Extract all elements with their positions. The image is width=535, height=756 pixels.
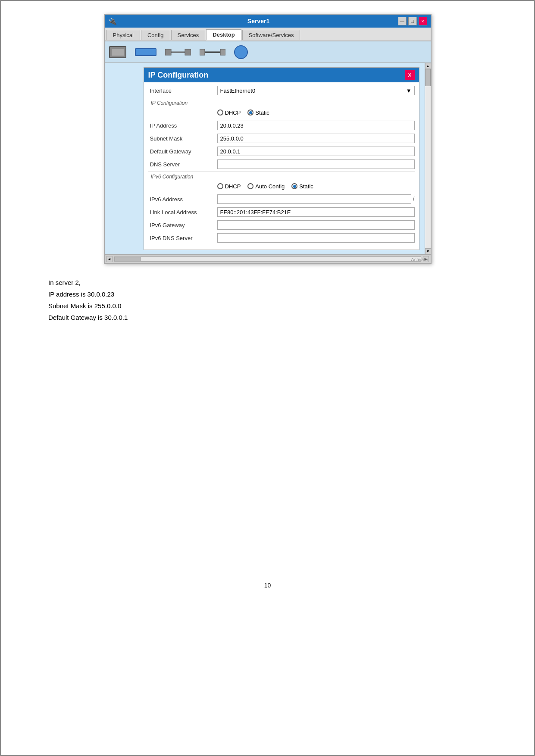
svg-rect-2 bbox=[185, 49, 191, 55]
subnet-mask-label: Subnet Mask bbox=[148, 135, 217, 142]
svg-rect-1 bbox=[165, 49, 171, 55]
window-footer: ◄ ► Activate bbox=[105, 254, 431, 263]
static-radio[interactable] bbox=[247, 109, 253, 116]
switch-icon bbox=[135, 48, 156, 56]
ipv6-dns-row: IPv6 DNS Server bbox=[148, 232, 415, 244]
server-icon bbox=[109, 46, 126, 58]
interface-dropdown[interactable]: FastEthernet0 ▼ bbox=[217, 86, 415, 95]
device-icon-3 bbox=[165, 46, 191, 59]
ipv6-mode-row: DHCP Auto Config Static bbox=[148, 181, 415, 192]
ipv6-prefix-indicator: / bbox=[413, 196, 415, 203]
scroll-up-arrow[interactable]: ▲ bbox=[425, 63, 431, 69]
minimize-button[interactable]: — bbox=[398, 17, 407, 25]
close-button[interactable]: × bbox=[419, 17, 427, 25]
cable-icon bbox=[165, 46, 191, 59]
ipv6-static-selected bbox=[293, 185, 296, 188]
restore-button[interactable]: □ bbox=[408, 17, 417, 25]
scroll-thumb[interactable] bbox=[425, 69, 431, 86]
ipv6-static-radio[interactable] bbox=[291, 183, 297, 189]
ipv6-gateway-row: IPv6 Gateway bbox=[148, 219, 415, 231]
ipv6-mode-radio-group: DHCP Auto Config Static bbox=[217, 181, 313, 191]
window-controls: — □ × bbox=[398, 17, 427, 25]
ip-mode-radio-group: DHCP Static bbox=[217, 108, 269, 118]
ipv6-static-label: Static bbox=[299, 183, 313, 190]
dhcp-label: DHCP bbox=[225, 109, 241, 116]
scroll-down-arrow[interactable]: ▼ bbox=[425, 248, 431, 254]
info-line-3: Subnet Mask is 255.0.0.0 bbox=[48, 300, 521, 312]
dns-server-label: DNS Server bbox=[148, 161, 217, 168]
activate-text: Activate bbox=[411, 257, 428, 262]
default-gateway-input[interactable] bbox=[217, 147, 415, 156]
window-title: Server1 bbox=[119, 18, 398, 25]
ipv6-auto-radio[interactable] bbox=[247, 183, 253, 189]
chevron-down-icon: ▼ bbox=[406, 87, 412, 94]
router-icon bbox=[234, 45, 248, 59]
ipv6-address-input[interactable] bbox=[217, 194, 411, 204]
info-line-1: In server 2, bbox=[48, 277, 521, 288]
svg-rect-5 bbox=[220, 49, 225, 55]
horizontal-scrollbar-thumb[interactable] bbox=[115, 257, 141, 261]
ip-config-close-button[interactable]: X bbox=[405, 70, 415, 80]
tab-config[interactable]: Config bbox=[141, 30, 170, 40]
ipv6-auto-label: Auto Config bbox=[255, 183, 285, 190]
default-gateway-label: Default Gateway bbox=[148, 148, 217, 155]
link-local-label: Link Local Address bbox=[148, 209, 217, 216]
info-line-4: Default Gateway is 30.0.0.1 bbox=[48, 312, 521, 323]
ip-config-section-label: IP Configuration bbox=[151, 100, 415, 106]
static-radio-item[interactable]: Static bbox=[247, 109, 269, 116]
ipv6-dhcp-radio[interactable] bbox=[217, 183, 223, 189]
subnet-mask-row: Subnet Mask bbox=[148, 133, 415, 144]
ip-address-input[interactable] bbox=[217, 121, 415, 130]
dhcp-radio[interactable] bbox=[217, 109, 223, 116]
ip-config-body: Interface FastEthernet0 ▼ IP Configurati… bbox=[144, 82, 419, 250]
ipv6-auto-radio-item[interactable]: Auto Config bbox=[247, 183, 285, 190]
tab-services[interactable]: Services bbox=[171, 30, 206, 40]
device-icon-2 bbox=[135, 48, 156, 56]
ip-config-title: IP Configuration bbox=[148, 71, 209, 80]
ip-address-label: IP Address bbox=[148, 122, 217, 129]
vertical-scrollbar[interactable]: ▲ ▼ bbox=[425, 63, 431, 254]
info-section: In server 2, IP address is 30.0.0.23 Sub… bbox=[48, 277, 521, 323]
tab-bar: Physical Config Services Desktop Softwar… bbox=[105, 28, 431, 41]
tab-desktop[interactable]: Desktop bbox=[206, 29, 241, 41]
ipv6-dhcp-radio-item[interactable]: DHCP bbox=[217, 183, 241, 190]
ipv6-dns-input[interactable] bbox=[217, 233, 415, 243]
scroll-track bbox=[425, 69, 431, 248]
ipv6-gateway-input[interactable] bbox=[217, 220, 415, 230]
link-local-input[interactable] bbox=[217, 207, 415, 217]
default-gateway-row: Default Gateway bbox=[148, 146, 415, 157]
ip-config-header: IP Configuration X bbox=[144, 68, 419, 82]
content-area: ▲ ▼ IP Configuration X Interface FastEth… bbox=[105, 63, 431, 254]
device-icons-row bbox=[105, 41, 431, 63]
info-line-2: IP address is 30.0.0.23 bbox=[48, 288, 521, 300]
ipv6-dns-label: IPv6 DNS Server bbox=[148, 235, 217, 241]
interface-row: Interface FastEthernet0 ▼ bbox=[148, 85, 415, 96]
interface-value: FastEthernet0 bbox=[220, 87, 256, 94]
dns-server-input[interactable] bbox=[217, 159, 415, 169]
ip-config-panel: IP Configuration X Interface FastEtherne… bbox=[144, 67, 419, 250]
svg-rect-4 bbox=[200, 49, 205, 55]
page-footer: 10 bbox=[14, 582, 521, 589]
window-icon: 🔌 bbox=[108, 17, 117, 25]
interface-label: Interface bbox=[148, 87, 217, 94]
server1-window: 🔌 Server1 — □ × Physical Config Services… bbox=[104, 14, 432, 264]
tab-software-services[interactable]: Software/Services bbox=[242, 30, 300, 40]
line-icon bbox=[200, 46, 225, 59]
device-icon-4 bbox=[200, 46, 225, 59]
ipv6-static-radio-item[interactable]: Static bbox=[291, 183, 313, 190]
tab-physical[interactable]: Physical bbox=[106, 30, 140, 40]
scroll-left-arrow[interactable]: ◄ bbox=[106, 256, 113, 262]
ip-mode-row: DHCP Static bbox=[148, 107, 415, 118]
horizontal-scrollbar-track[interactable] bbox=[114, 256, 421, 262]
link-local-row: Link Local Address bbox=[148, 206, 415, 218]
dns-server-row: DNS Server bbox=[148, 159, 415, 170]
dhcp-radio-item[interactable]: DHCP bbox=[217, 109, 241, 116]
ipv6-section-label: IPv6 Configuration bbox=[151, 174, 415, 180]
subnet-mask-input[interactable] bbox=[217, 134, 415, 143]
ipv6-dhcp-label: DHCP bbox=[225, 183, 241, 190]
static-radio-selected bbox=[249, 111, 252, 114]
ipv6-gateway-label: IPv6 Gateway bbox=[148, 222, 217, 228]
ip-address-row: IP Address bbox=[148, 120, 415, 131]
title-bar: 🔌 Server1 — □ × bbox=[105, 15, 431, 28]
page-number: 10 bbox=[264, 582, 271, 589]
